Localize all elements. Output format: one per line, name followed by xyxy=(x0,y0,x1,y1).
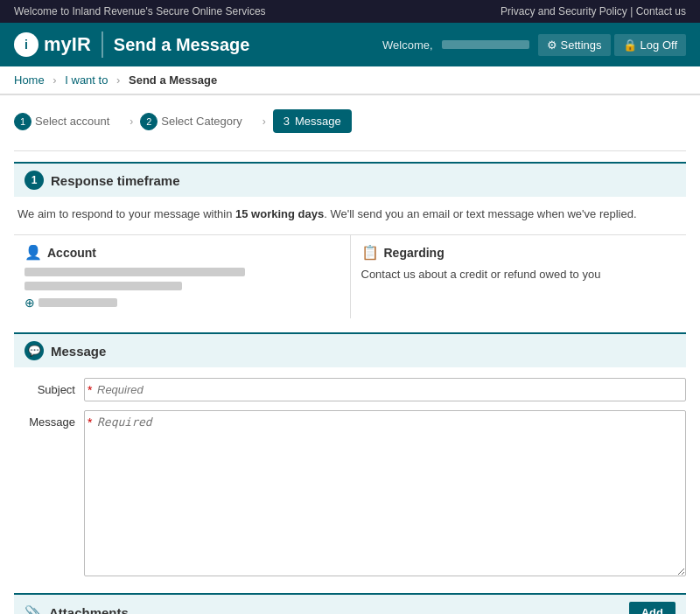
number-icon: 1 xyxy=(32,174,38,186)
regarding-col-title: Regarding xyxy=(384,246,444,260)
add-attachment-button[interactable]: Add xyxy=(629,602,676,614)
step-3-label: Message xyxy=(295,115,341,128)
subject-label: Subject xyxy=(14,378,84,396)
breadcrumb-home[interactable]: Home xyxy=(14,73,45,87)
step-arrow-2: › xyxy=(262,115,266,128)
logoff-button[interactable]: 🔒 Log Off xyxy=(614,34,686,56)
logo-letter: i xyxy=(24,38,28,52)
regarding-col-header: 📋 Regarding xyxy=(361,244,676,261)
header-divider xyxy=(102,31,103,58)
account-refresh: ⊕ xyxy=(24,296,340,310)
response-text-after: . We'll send you an email or text messag… xyxy=(324,207,636,220)
steps-divider xyxy=(14,150,686,151)
header-logo: i myIR xyxy=(14,32,91,57)
header-left: i myIR Send a Message xyxy=(14,31,249,58)
response-text: We aim to respond to your message within… xyxy=(14,207,686,220)
attachments-section: 📎 Attachments Add Name Description Size … xyxy=(14,593,686,614)
step-2-num: 2 xyxy=(140,113,158,130)
paperclip-icon: 📎 xyxy=(24,604,42,614)
settings-label: Settings xyxy=(561,38,602,52)
message-label: Message xyxy=(14,410,84,429)
step-arrow-1: › xyxy=(130,115,133,128)
steps-indicator: 1 Select account ✓ › 2 Select Category ✓… xyxy=(14,109,686,133)
step-2-label: Select Category xyxy=(161,115,242,128)
message-section: 💬 Message Subject * Message * xyxy=(14,332,686,579)
main-content: 1 Select account ✓ › 2 Select Category ✓… xyxy=(0,94,700,614)
subject-field: * xyxy=(84,378,686,401)
message-field: * xyxy=(84,410,686,579)
banner-links: Privacy and Security Policy | Contact us xyxy=(500,5,686,17)
attachments-title-group: 📎 Attachments xyxy=(24,604,129,614)
header: i myIR Send a Message Welcome, ⚙ Setting… xyxy=(0,23,700,66)
header-right: Welcome, ⚙ Settings 🔒 Log Off xyxy=(382,34,686,56)
step-1-num: 1 xyxy=(14,113,32,130)
message-textarea[interactable] xyxy=(84,410,686,576)
step-2: 2 Select Category ✓ xyxy=(140,113,256,130)
settings-button[interactable]: ⚙ Settings xyxy=(538,34,611,56)
account-col-header: 👤 Account xyxy=(24,244,340,261)
gear-icon: ⚙ xyxy=(547,38,557,52)
document-icon: 📋 xyxy=(361,244,379,261)
breadcrumb-sep-1: › xyxy=(52,73,56,87)
logo-icon: i xyxy=(14,32,38,57)
banner-welcome-text: Welcome to Inland Revenue's Secure Onlin… xyxy=(14,5,266,17)
step-1: 1 Select account ✓ xyxy=(14,113,122,130)
welcome-label: Welcome, xyxy=(382,38,433,52)
account-col-title: Account xyxy=(47,246,96,260)
response-timeframe-header: 1 Response timeframe xyxy=(14,162,686,197)
regarding-text: Contact us about a credit or refund owed… xyxy=(361,268,676,281)
subject-input[interactable] xyxy=(84,378,686,401)
attachments-header: 📎 Attachments Add xyxy=(14,593,686,614)
header-title: Send a Message xyxy=(114,35,250,55)
contact-link[interactable]: Contact us xyxy=(636,5,686,17)
attachments-title: Attachments xyxy=(49,605,129,614)
breadcrumb-iwantto[interactable]: I want to xyxy=(65,73,108,87)
privacy-link[interactable]: Privacy and Security Policy xyxy=(500,5,627,17)
response-section-icon: 1 xyxy=(24,171,44,190)
response-section-title: Response timeframe xyxy=(51,173,180,188)
message-row: Message * xyxy=(14,410,686,579)
step-2-check: ✓ xyxy=(248,115,256,127)
regarding-column: 📋 Regarding Contact us about a credit or… xyxy=(351,235,687,318)
brand-name: myIR xyxy=(44,33,91,56)
breadcrumb: Home › I want to › Send a Message xyxy=(0,66,700,94)
step-3: 3 Message xyxy=(273,109,352,133)
response-highlight: 15 working days xyxy=(235,207,324,220)
welcome-name-placeholder xyxy=(442,40,529,49)
account-column: 👤 Account ⊕ xyxy=(14,235,351,318)
account-bar-1 xyxy=(24,268,245,276)
step-1-check: ✓ xyxy=(115,115,122,127)
top-banner: Welcome to Inland Revenue's Secure Onlin… xyxy=(0,0,700,23)
account-regarding-row: 👤 Account ⊕ 📋 Regarding Contact us about… xyxy=(14,234,686,318)
chat-icon: 💬 xyxy=(28,345,41,357)
step-1-label: Select account xyxy=(35,115,109,128)
message-section-icon: 💬 xyxy=(24,341,44,360)
lock-icon: 🔒 xyxy=(623,38,637,52)
logoff-label: Log Off xyxy=(640,38,677,52)
message-section-title: Message xyxy=(51,344,106,359)
message-section-header: 💬 Message xyxy=(14,332,686,367)
step-3-num: 3 xyxy=(284,115,290,128)
person-icon: 👤 xyxy=(24,244,42,261)
account-bar-3 xyxy=(38,298,117,307)
refresh-icon: ⊕ xyxy=(24,296,35,310)
account-bar-2 xyxy=(24,282,182,290)
breadcrumb-sep-2: › xyxy=(116,73,120,87)
breadcrumb-current: Send a Message xyxy=(129,73,217,87)
response-text-before: We aim to respond to your message within xyxy=(18,207,235,220)
subject-row: Subject * xyxy=(14,378,686,401)
